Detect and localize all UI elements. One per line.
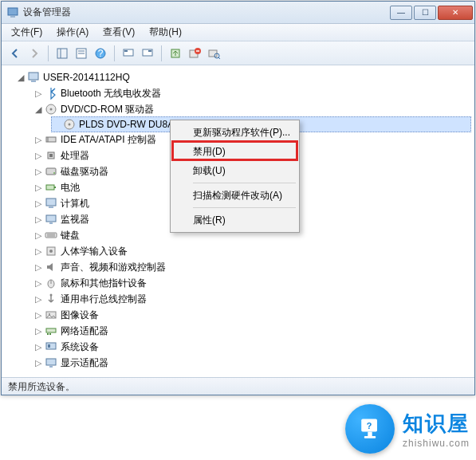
- svg-rect-37: [49, 222, 53, 224]
- maximize-button[interactable]: ☐: [414, 6, 436, 20]
- svg-line-19: [218, 57, 220, 59]
- tree-item-label: Bluetooth 无线电收发器: [61, 87, 161, 100]
- app-icon: [6, 6, 19, 19]
- display-icon: [45, 356, 57, 369]
- svg-rect-48: [46, 328, 56, 332]
- expand-icon[interactable]: ▷: [33, 358, 43, 368]
- view-devices-icon[interactable]: [120, 45, 137, 62]
- ctx-uninstall[interactable]: 卸载(U): [172, 161, 297, 180]
- ide-icon: [45, 133, 57, 146]
- uninstall-icon[interactable]: [186, 45, 203, 62]
- scan-hardware-icon[interactable]: [205, 45, 222, 62]
- tree-item-label: 声音、视频和游戏控制器: [61, 261, 166, 274]
- menu-view[interactable]: 查看(V): [96, 24, 141, 41]
- menu-file[interactable]: 文件(F): [5, 24, 49, 41]
- properties-icon[interactable]: [73, 45, 90, 62]
- svg-point-25: [69, 124, 71, 126]
- tree-item-display[interactable]: ▷显示适配器: [33, 355, 471, 371]
- close-button[interactable]: ✕: [438, 6, 473, 20]
- expand-icon[interactable]: ▷: [33, 294, 43, 305]
- expand-icon[interactable]: ▷: [33, 183, 43, 193]
- tree-item-label: 处理器: [61, 149, 89, 163]
- ctx-properties[interactable]: 属性(R): [172, 210, 297, 230]
- tree-item-system[interactable]: ▷系统设备: [33, 339, 471, 355]
- system-icon: [45, 340, 57, 353]
- svg-text:?: ?: [367, 421, 372, 431]
- watermark: ? 知识屋 zhishiwu.com: [345, 404, 470, 454]
- svg-rect-54: [49, 366, 53, 368]
- svg-rect-58: [364, 436, 376, 438]
- expand-icon[interactable]: ▷: [33, 246, 43, 257]
- svg-rect-57: [368, 432, 372, 436]
- tree-item-dvd[interactable]: ◢ DVD/CD-ROM 驱动器: [33, 101, 471, 117]
- tree-item-label: 鼠标和其他指针设备: [61, 277, 147, 290]
- statusbar: 禁用所选设备。: [2, 377, 474, 395]
- svg-rect-0: [8, 8, 18, 15]
- tree-item-usb[interactable]: ▷通用串行总线控制器: [33, 291, 471, 307]
- help-icon[interactable]: ?: [92, 45, 109, 62]
- tree-item-bluetooth[interactable]: ▷ Bluetooth 无线电收发器: [33, 85, 471, 101]
- tree-item-label: 磁盘驱动器: [61, 165, 108, 179]
- svg-rect-51: [46, 343, 56, 349]
- view-resources-icon[interactable]: [139, 45, 156, 62]
- image-icon: [45, 309, 57, 321]
- expand-icon[interactable]: ▷: [33, 151, 43, 161]
- ctx-update-driver[interactable]: 更新驱动程序软件(P)...: [172, 123, 297, 142]
- svg-text:?: ?: [98, 48, 104, 59]
- expand-icon[interactable]: ▷: [33, 135, 43, 145]
- tree-item-label: 电池: [61, 181, 80, 195]
- expand-icon[interactable]: ▷: [33, 167, 43, 177]
- expand-icon[interactable]: ▷: [33, 342, 43, 352]
- ctx-scan-hardware[interactable]: 扫描检测硬件改动(A): [172, 186, 297, 205]
- forward-button[interactable]: [26, 45, 43, 62]
- menu-action[interactable]: 操作(A): [50, 24, 95, 41]
- usb-icon: [45, 293, 57, 305]
- tree-item-label: 计算机: [61, 197, 89, 210]
- expand-icon[interactable]: ▷: [33, 88, 43, 99]
- computer-icon: [45, 197, 57, 210]
- menu-help[interactable]: 帮助(H): [143, 24, 188, 41]
- show-hide-console-tree-icon[interactable]: [53, 45, 71, 62]
- svg-point-45: [50, 294, 53, 297]
- expand-icon[interactable]: ▷: [33, 199, 43, 209]
- window-title: 设备管理器: [23, 6, 390, 19]
- tree-item-hid[interactable]: ▷人体学输入设备: [33, 243, 471, 259]
- ctx-disable[interactable]: 禁用(D): [172, 142, 297, 161]
- disc-icon: [63, 118, 76, 131]
- tree-item-label: 网络适配器: [61, 324, 108, 338]
- expand-icon[interactable]: ▷: [33, 310, 43, 320]
- minimize-button[interactable]: —: [390, 6, 412, 20]
- tree-item-network[interactable]: ▷网络适配器: [33, 323, 471, 339]
- tree-item-image[interactable]: ▷图像设备: [33, 307, 471, 323]
- menubar: 文件(F) 操作(A) 查看(V) 帮助(H): [2, 24, 474, 41]
- toolbar: ?: [2, 41, 474, 65]
- expand-icon[interactable]: ◢: [16, 73, 26, 83]
- hid-icon: [45, 245, 57, 258]
- tree-item-sound[interactable]: ▷声音、视频和游戏控制器: [33, 259, 471, 275]
- svg-rect-53: [46, 359, 56, 365]
- svg-rect-33: [54, 187, 56, 188]
- svg-rect-32: [46, 185, 54, 190]
- collapse-icon[interactable]: ◢: [33, 104, 43, 115]
- tree-item-label: 人体学输入设备: [61, 245, 128, 258]
- update-driver-icon[interactable]: [167, 45, 184, 62]
- monitor-icon: [45, 213, 57, 226]
- window-buttons: — ☐ ✕: [390, 6, 473, 20]
- toolbar-sep-3: [161, 45, 162, 61]
- expand-icon[interactable]: ▷: [33, 278, 43, 289]
- svg-point-31: [53, 172, 55, 174]
- expand-icon[interactable]: ▷: [33, 214, 43, 225]
- bluetooth-icon: [45, 87, 57, 100]
- expand-icon[interactable]: ▷: [33, 230, 43, 241]
- tree-root[interactable]: ◢ USER-20141112HQ: [16, 69, 471, 85]
- back-button[interactable]: [6, 45, 24, 62]
- cpu-icon: [45, 149, 57, 162]
- svg-rect-29: [49, 154, 53, 157]
- disc-icon: [45, 103, 57, 116]
- expand-icon[interactable]: ▷: [33, 262, 43, 273]
- expand-icon[interactable]: ▷: [33, 326, 43, 336]
- tree-item-label: 监视器: [61, 213, 89, 226]
- tree-item-label: DVD/CD-ROM 驱动器: [61, 103, 154, 116]
- computer-icon: [27, 71, 40, 84]
- tree-item-mouse[interactable]: ▷鼠标和其他指针设备: [33, 275, 471, 291]
